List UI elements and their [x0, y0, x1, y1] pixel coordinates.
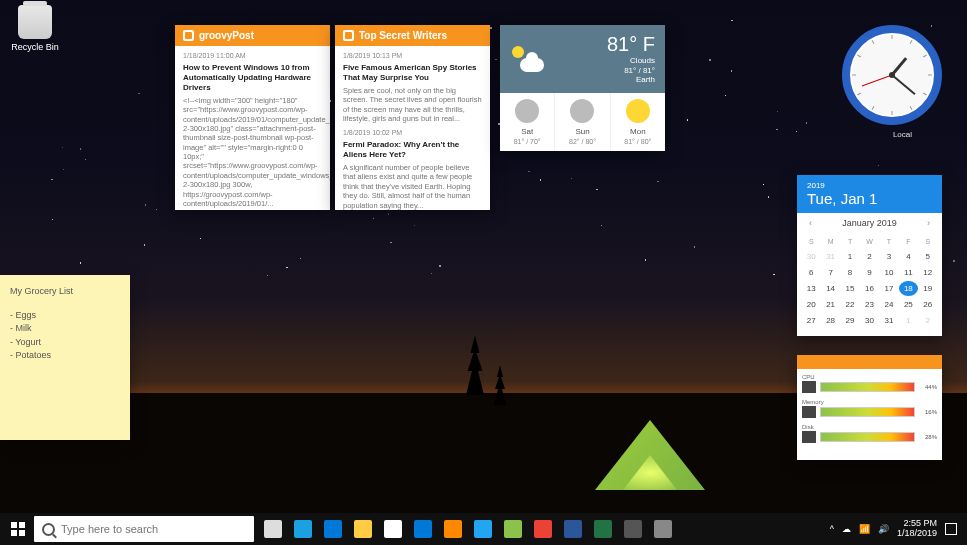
taskbar-app-fences[interactable]	[620, 516, 646, 542]
rss-item-body: A significant number of people believe t…	[343, 163, 482, 210]
tray-onedrive-icon[interactable]: ☁	[842, 524, 851, 534]
calendar-day[interactable]: 9	[860, 265, 878, 280]
calendar-day[interactable]: 14	[821, 281, 839, 296]
rss-header: Top Secret Writers	[335, 25, 490, 46]
meter-icon	[802, 406, 816, 418]
taskbar-app-store[interactable]	[380, 516, 406, 542]
calendar-day[interactable]: 1	[841, 249, 859, 264]
calendar-day[interactable]: 30	[860, 313, 878, 328]
calendar-day[interactable]: 29	[841, 313, 859, 328]
calendar-day[interactable]: 2	[919, 313, 937, 328]
forecast-day[interactable]: Sat81° / 70°	[500, 93, 555, 151]
system-tray[interactable]: ^ ☁ 📶 🔊 2:55 PM 1/18/2019	[830, 519, 963, 539]
calendar-day[interactable]: 17	[880, 281, 898, 296]
clock-label: Local	[893, 130, 912, 139]
search-placeholder: Type here to search	[61, 523, 158, 535]
tray-volume-icon[interactable]: 🔊	[878, 524, 889, 534]
calendar-day[interactable]: 25	[899, 297, 917, 312]
tray-notifications-icon[interactable]	[945, 523, 957, 535]
forecast-day-name: Mon	[611, 127, 665, 136]
calendar-day[interactable]: 18	[899, 281, 917, 296]
calendar-day[interactable]: 31	[880, 313, 898, 328]
calendar-weekday: M	[821, 235, 839, 248]
taskbar-app-edge[interactable]	[320, 516, 346, 542]
clock-minute-hand	[891, 74, 915, 95]
rss-item-date: 1/8/2019 10:02 PM	[343, 129, 482, 138]
taskbar-clock[interactable]: 2:55 PM 1/18/2019	[897, 519, 937, 539]
forecast-day-name: Sat	[500, 127, 554, 136]
tent	[595, 420, 705, 490]
taskbar-app-mail[interactable]	[410, 516, 436, 542]
forecast-temps: 81° / 80°	[611, 138, 665, 145]
calendar-day[interactable]: 24	[880, 297, 898, 312]
search-box[interactable]: Type here to search	[34, 516, 254, 542]
calendar-day[interactable]: 11	[899, 265, 917, 280]
calendar-day[interactable]: 8	[841, 265, 859, 280]
calendar-widget[interactable]: 2019 Tue, Jan 1 ‹ January 2019 › SMTWTFS…	[797, 175, 942, 336]
calendar-weekday: T	[880, 235, 898, 248]
note-item: - Eggs	[10, 309, 120, 323]
calendar-day[interactable]: 27	[802, 313, 820, 328]
calendar-weekday: S	[802, 235, 820, 248]
calendar-day[interactable]: 22	[841, 297, 859, 312]
calendar-prev-icon[interactable]: ‹	[805, 218, 816, 228]
rss-item-title[interactable]: How to Prevent Windows 10 from Automatic…	[183, 63, 322, 93]
calendar-day[interactable]: 23	[860, 297, 878, 312]
calendar-next-icon[interactable]: ›	[923, 218, 934, 228]
sticky-note-widget[interactable]: My Grocery List - Eggs- Milk- Yogurt- Po…	[0, 275, 130, 440]
tray-network-icon[interactable]: 📶	[859, 524, 870, 534]
taskbar-app-vscode[interactable]	[470, 516, 496, 542]
meter-row: 28%	[802, 431, 937, 443]
rss-source: Top Secret Writers	[359, 30, 447, 41]
weather-condition: Clouds	[630, 56, 655, 65]
sun-icon	[626, 99, 650, 123]
taskbar-app-file-explorer[interactable]	[350, 516, 376, 542]
calendar-day[interactable]: 21	[821, 297, 839, 312]
rss-item-title[interactable]: Five Famous American Spy Stories That Ma…	[343, 63, 482, 83]
calendar-day[interactable]: 15	[841, 281, 859, 296]
taskbar-app-chrome[interactable]	[530, 516, 556, 542]
rss-widget-topsecret[interactable]: Top Secret Writers 1/8/2019 10:13 PMFive…	[335, 25, 490, 210]
taskbar-app-vlc[interactable]	[440, 516, 466, 542]
forecast-day[interactable]: Sun82° / 80°	[555, 93, 610, 151]
cloud-icon	[570, 99, 594, 123]
calendar-day[interactable]: 6	[802, 265, 820, 280]
taskbar-app-task-view[interactable]	[260, 516, 286, 542]
meter-bar	[820, 407, 915, 417]
calendar-day[interactable]: 10	[880, 265, 898, 280]
meter-bar	[820, 432, 915, 442]
rss-widget-groovypost[interactable]: groovyPost 1/18/2019 11:00 AM How to Pre…	[175, 25, 330, 210]
rss-item-title[interactable]: Fermi Paradox: Why Aren't the Aliens Her…	[343, 140, 482, 160]
performance-meter-widget[interactable]: CPU44%Memory16%Disk28%	[797, 355, 942, 460]
calendar-year: 2019	[807, 181, 932, 190]
calendar-weekday: W	[860, 235, 878, 248]
calendar-day[interactable]: 13	[802, 281, 820, 296]
start-button[interactable]	[4, 515, 32, 543]
recycle-bin-icon[interactable]: Recycle Bin	[10, 5, 60, 52]
taskbar-app-cortana[interactable]	[290, 516, 316, 542]
calendar-weekday: T	[841, 235, 859, 248]
calendar-day[interactable]: 7	[821, 265, 839, 280]
tray-chevron-up-icon[interactable]: ^	[830, 524, 834, 534]
calendar-day[interactable]: 30	[802, 249, 820, 264]
calendar-day[interactable]: 3	[880, 249, 898, 264]
calendar-day[interactable]: 1	[899, 313, 917, 328]
calendar-day[interactable]: 2	[860, 249, 878, 264]
taskbar-app-app[interactable]	[650, 516, 676, 542]
taskbar-app-excel[interactable]	[590, 516, 616, 542]
calendar-day[interactable]: 4	[899, 249, 917, 264]
calendar-day[interactable]: 5	[919, 249, 937, 264]
meter-value: 44%	[919, 384, 937, 390]
taskbar-app-word[interactable]	[560, 516, 586, 542]
taskbar-app-gadgets[interactable]	[500, 516, 526, 542]
analog-clock-widget[interactable]	[842, 25, 942, 125]
calendar-day[interactable]: 16	[860, 281, 878, 296]
calendar-day[interactable]: 28	[821, 313, 839, 328]
calendar-day[interactable]: 26	[919, 297, 937, 312]
calendar-day[interactable]: 20	[802, 297, 820, 312]
forecast-day[interactable]: Mon81° / 80°	[611, 93, 665, 151]
calendar-day[interactable]: 12	[919, 265, 937, 280]
weather-widget[interactable]: 81° F Clouds81° / 81°Earth Sat81° / 70°S…	[500, 25, 665, 151]
calendar-day[interactable]: 19	[919, 281, 937, 296]
calendar-day[interactable]: 31	[821, 249, 839, 264]
